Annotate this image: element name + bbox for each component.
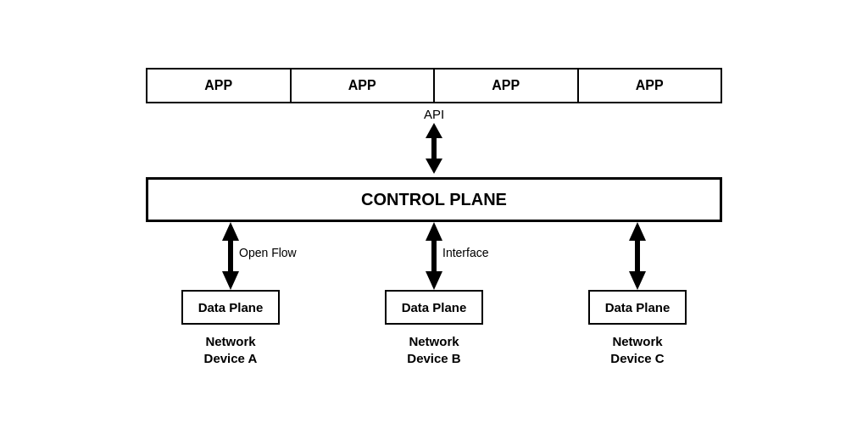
control-plane-box: CONTROL PLANE <box>146 177 722 222</box>
arrow-container-b: Interface <box>417 222 451 290</box>
svg-marker-7 <box>629 254 646 290</box>
svg-marker-1 <box>426 148 442 174</box>
api-arrow-icon <box>417 123 451 174</box>
arrow-container-c <box>620 222 654 290</box>
devices-row: Open Flow Data Plane NetworkDevice A Int… <box>129 222 739 366</box>
app-cell-1: APP <box>147 70 292 102</box>
data-plane-box-b: Data Plane <box>385 290 484 325</box>
svg-marker-2 <box>222 222 239 258</box>
app-row: APP APP APP APP <box>146 68 722 103</box>
device-name-b: NetworkDevice B <box>407 333 460 366</box>
svg-marker-6 <box>629 222 646 258</box>
diagram: APP APP APP APP API CONTROL PLANE Open F… <box>53 68 815 366</box>
svg-marker-3 <box>222 254 239 290</box>
device-col-a: Open Flow Data Plane NetworkDevice A <box>154 222 307 366</box>
api-label: API <box>424 107 444 121</box>
device-name-c: NetworkDevice C <box>610 333 664 366</box>
app-cell-2: APP <box>292 70 436 102</box>
open-flow-label: Open Flow <box>239 246 297 259</box>
api-section: API <box>417 107 451 174</box>
app-cell-4: APP <box>579 70 721 102</box>
arrow-container-a: Open Flow <box>214 222 248 290</box>
data-plane-label-a: Data Plane <box>198 300 264 314</box>
data-plane-label-c: Data Plane <box>605 300 670 314</box>
svg-marker-0 <box>426 123 442 148</box>
data-plane-box-a: Data Plane <box>181 290 281 325</box>
interface-label: Interface <box>442 246 488 259</box>
data-plane-label-b: Data Plane <box>402 300 467 314</box>
app-cell-3: APP <box>435 70 579 102</box>
control-plane-label: CONTROL PLANE <box>361 190 507 209</box>
svg-marker-5 <box>426 254 442 290</box>
svg-marker-4 <box>426 222 442 258</box>
device-name-a: NetworkDevice A <box>204 333 258 366</box>
arrow-icon-c <box>620 222 654 290</box>
device-col-c: Data Plane NetworkDevice C <box>561 222 714 366</box>
data-plane-box-c: Data Plane <box>588 290 687 325</box>
device-col-b: Interface Data Plane NetworkDevice B <box>358 222 510 366</box>
